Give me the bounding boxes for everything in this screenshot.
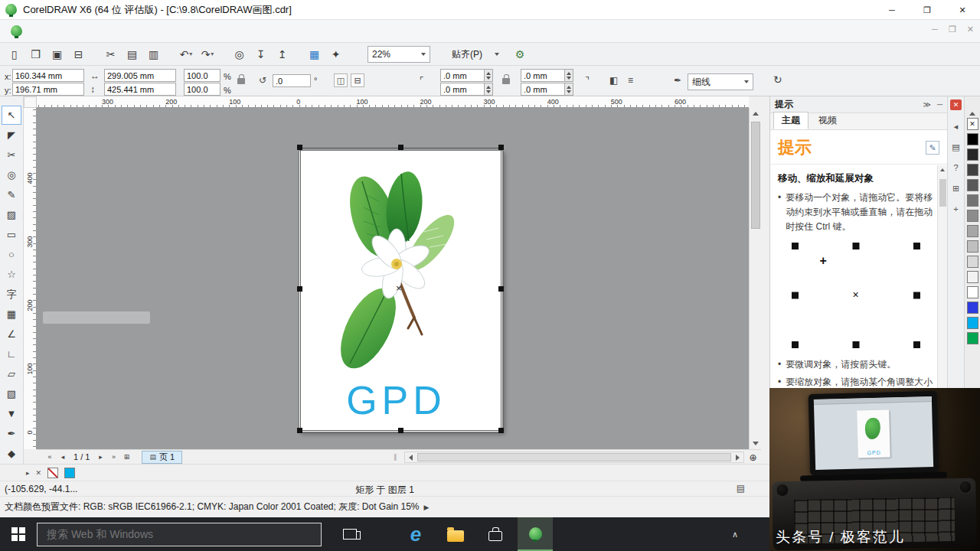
palette-swatch-cyan[interactable] [967, 317, 978, 329]
undo-button[interactable]: ↶ ▾ [178, 46, 194, 63]
palette-swatch-black-50[interactable] [967, 210, 978, 222]
expand-arrow-icon[interactable]: ▶ [424, 504, 430, 511]
document-menu-icon[interactable] [11, 25, 22, 37]
zoom-fit-icon[interactable]: ⊕ [746, 451, 760, 464]
object-width-field[interactable] [104, 69, 176, 82]
skew-icon[interactable]: ◧ [609, 76, 618, 85]
last-page-button[interactable]: » [108, 452, 119, 463]
window-maximize-button[interactable]: ❐ [910, 0, 945, 20]
rectangle-tool[interactable]: ▭ [2, 225, 21, 244]
spinner[interactable] [485, 83, 493, 96]
fill-tool[interactable]: ◆ [2, 444, 21, 463]
tray-expand-button[interactable]: ∧ [726, 517, 744, 551]
snap-to-dropdown[interactable]: 贴齐(P) [447, 46, 504, 63]
dock-help-icon[interactable]: ? [949, 159, 964, 176]
object-height-field[interactable] [104, 83, 176, 96]
crop-tool[interactable]: ✂ [2, 145, 21, 165]
paste-button[interactable]: ▥ [145, 46, 162, 63]
lock-ratio-icon[interactable] [237, 78, 245, 84]
corner-options-icon[interactable]: ⌝ [585, 76, 590, 85]
text-tool[interactable]: 字 [2, 285, 21, 304]
tab-video[interactable]: 视频 [810, 112, 845, 129]
docker-scrollbar[interactable] [937, 165, 947, 388]
tab-theme[interactable]: 主题 [773, 112, 808, 129]
store-button[interactable] [478, 517, 513, 551]
palette-swatch-black-70[interactable] [967, 179, 978, 191]
previous-page-button[interactable]: ◂ [57, 452, 68, 463]
app-launcher-button[interactable]: ▦ [306, 46, 323, 63]
spinner[interactable] [565, 69, 573, 82]
dock-properties-icon[interactable]: ⊞ [949, 180, 964, 197]
welcome-screen-button[interactable]: ✦ [328, 46, 345, 63]
add-page-button[interactable]: ⊞ [121, 452, 132, 463]
corner-radius-br-field[interactable] [521, 83, 565, 96]
smart-fill-tool[interactable]: ▨ [2, 205, 21, 224]
selection-handle[interactable] [297, 286, 302, 292]
docker-close-button[interactable]: ✕ [950, 99, 962, 110]
scroll-up-icon[interactable] [750, 108, 762, 119]
dock-hints-icon[interactable]: ▤ [949, 139, 964, 155]
freehand-tool[interactable]: ✎ [2, 185, 21, 204]
dimension-tool[interactable]: ∠ [2, 324, 21, 344]
scroll-left-icon[interactable] [405, 452, 416, 462]
outline-color-swatch[interactable] [64, 468, 75, 478]
scroll-right-icon[interactable] [732, 452, 743, 462]
palette-swatch-black-30[interactable] [967, 240, 978, 253]
shape-tool[interactable]: ◤ [2, 126, 21, 145]
document-info-icon[interactable]: ▤ [737, 483, 745, 494]
selection-center-mark[interactable]: × [396, 282, 402, 294]
cut-button[interactable]: ✂ [103, 46, 119, 63]
task-view-button[interactable] [332, 517, 368, 551]
refresh-icon[interactable]: ↻ [773, 74, 782, 85]
selection-handle[interactable] [498, 286, 504, 292]
edit-hint-icon[interactable]: ✎ [926, 141, 939, 155]
scale-y-field[interactable] [184, 83, 220, 96]
selection-handle[interactable] [498, 428, 504, 433]
link-corners-icon[interactable] [502, 78, 510, 84]
vertical-scrollbar[interactable] [749, 108, 761, 449]
export-button[interactable]: ↥ [274, 46, 291, 63]
ellipse-tool[interactable]: ○ [2, 245, 21, 264]
document-close-button[interactable]: ✕ [967, 24, 974, 34]
dock-transform-icon[interactable]: + [949, 201, 964, 217]
page-tab[interactable]: ▤ 页 1 [142, 451, 182, 464]
selection-handle[interactable] [297, 145, 302, 150]
corner-radius-tl-field[interactable] [440, 69, 485, 82]
palette-swatch-black-40[interactable] [967, 225, 978, 237]
palette-swatch-white[interactable] [967, 286, 978, 298]
mirror-horizontal-button[interactable]: ◫ [334, 73, 348, 87]
zoom-tool[interactable]: ◎ [2, 165, 21, 184]
transparency-tool[interactable]: ▧ [2, 384, 21, 403]
x-position-field[interactable] [12, 69, 84, 82]
edge-taskbar-button[interactable]: e [398, 517, 433, 551]
corner-radius-bl-field[interactable] [440, 83, 485, 96]
drawing-canvas[interactable]: GPD × [37, 108, 749, 449]
horizontal-ruler[interactable]: 3002001000100200300400500600 [37, 96, 749, 108]
dock-collapse-icon[interactable]: ◂ [949, 118, 964, 135]
file-explorer-button[interactable] [438, 517, 473, 551]
selection-handle[interactable] [398, 145, 403, 150]
outline-pen-tool[interactable]: ✒ [2, 424, 21, 443]
palette-scroll-up-icon[interactable] [969, 101, 975, 112]
palette-swatch-black-10[interactable] [967, 271, 978, 283]
corner-radius-tr-field[interactable] [521, 69, 565, 82]
taskbar-search-input[interactable] [38, 528, 321, 540]
drop-shadow-tool[interactable]: ▱ [2, 364, 21, 383]
options-button[interactable]: ⚙ [511, 46, 528, 63]
scroll-down-icon[interactable] [750, 438, 762, 449]
palette-swatch-black-60[interactable] [967, 194, 978, 207]
palette-swatch-black-80[interactable] [967, 164, 978, 176]
rotation-angle-field[interactable] [273, 74, 311, 87]
table-tool[interactable]: ▦ [2, 305, 21, 324]
import-button[interactable]: ↧ [253, 46, 270, 63]
next-page-button[interactable]: ▸ [95, 452, 106, 463]
scrollbar-thumb[interactable] [939, 179, 946, 207]
coreldraw-taskbar-button[interactable] [518, 517, 553, 551]
first-page-button[interactable]: « [44, 452, 55, 463]
clear-icon[interactable]: ✕ [36, 469, 42, 477]
docker-expand-icon[interactable]: ≫ [923, 100, 930, 109]
spinner[interactable] [565, 83, 573, 96]
spinner[interactable] [485, 69, 493, 82]
window-close-button[interactable]: ✕ [945, 0, 980, 20]
mirror-vertical-button[interactable]: ⊟ [351, 73, 364, 87]
